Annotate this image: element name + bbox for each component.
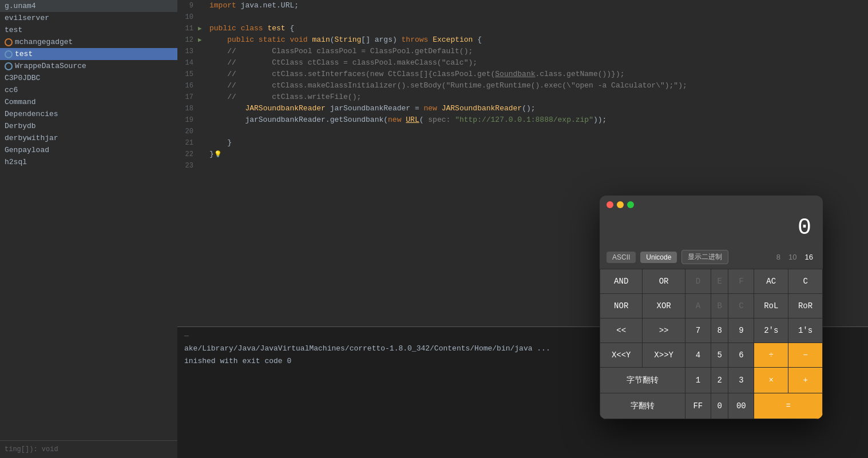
calc-mode-bar: ASCII Unicode 显示二进制 8 10 16: [600, 248, 823, 269]
f-btn[interactable]: F: [728, 269, 754, 294]
project-icon: [5, 38, 13, 46]
maximize-button[interactable]: [627, 201, 634, 208]
code-line-9: 9 import java.net.URL;: [177, 0, 868, 11]
code-line-13: 13 // ClassPool classPool = ClassPool.ge…: [177, 46, 868, 57]
a-btn[interactable]: A: [685, 294, 711, 318]
7-btn[interactable]: 7: [685, 318, 711, 343]
code-line-16: 16 // ctClass.makeClassInitializer().set…: [177, 80, 868, 91]
and-btn[interactable]: AND: [600, 269, 643, 294]
sidebar-item-dependencies[interactable]: Dependencies: [0, 108, 177, 120]
e-btn[interactable]: E: [711, 269, 728, 294]
ones-btn[interactable]: 1's: [788, 318, 823, 343]
xlshifty-btn[interactable]: X<<Y: [600, 343, 643, 368]
code-line-12: 12 ▶ public static void main(String[] ar…: [177, 34, 868, 46]
sidebar-item-test1[interactable]: test: [0, 24, 177, 36]
nor-btn[interactable]: NOR: [600, 294, 643, 318]
8-btn[interactable]: 8: [711, 318, 728, 343]
twos-btn[interactable]: 2's: [754, 318, 788, 343]
ror-btn[interactable]: RoR: [788, 294, 823, 318]
run-icon-11[interactable]: ▶: [198, 23, 207, 34]
base-8-button[interactable]: 8: [774, 252, 783, 262]
byteflip-btn[interactable]: 字节翻转: [600, 368, 685, 393]
or-btn[interactable]: OR: [643, 269, 685, 294]
code-line-10: 10: [177, 11, 868, 23]
traffic-lights: [607, 201, 634, 208]
code-line-22: 22 }💡: [177, 149, 868, 160]
close-button[interactable]: [607, 201, 613, 208]
calc-titlebar: [600, 196, 823, 213]
ac-btn[interactable]: AC: [754, 269, 788, 294]
sidebar: g.unam4 evilserver test mchangegadget te…: [0, 0, 177, 458]
run-icon-12[interactable]: ▶: [198, 34, 207, 46]
code-line-14: 14 // CtClass ctClass = classPool.makeCl…: [177, 57, 868, 69]
code-line-23: 23: [177, 160, 868, 172]
ascii-mode-button[interactable]: ASCII: [607, 252, 636, 263]
lshift-btn[interactable]: <<: [600, 318, 643, 343]
base-16-button[interactable]: 16: [802, 252, 816, 262]
sidebar-item-cc6[interactable]: cc6: [0, 84, 177, 96]
code-line-17: 17 // ctClass.writeFile();: [177, 91, 868, 103]
sidebar-item-genpayload[interactable]: Genpayload: [0, 144, 177, 156]
code-line-21: 21 }: [177, 137, 868, 149]
calculator-window: 0 ASCII Unicode 显示二进制 8 10 16 AND OR D E…: [600, 196, 823, 419]
0-btn[interactable]: 0: [711, 393, 728, 419]
2-btn[interactable]: 2: [711, 368, 728, 393]
b-btn[interactable]: B: [711, 294, 728, 318]
5-btn[interactable]: 5: [711, 343, 728, 368]
project-icon: [5, 62, 13, 70]
sidebar-item-h2sql[interactable]: h2sql: [0, 156, 177, 168]
project-icon: [5, 50, 13, 58]
unicode-mode-button[interactable]: Unicode: [640, 252, 677, 263]
rshift-btn[interactable]: >>: [643, 318, 685, 343]
9-btn[interactable]: 9: [728, 318, 754, 343]
code-line-15: 15 // ctClass.setInterfaces(new CtClass[…: [177, 69, 868, 80]
bottom-info: ting[]): void: [0, 440, 177, 458]
xor-btn[interactable]: XOR: [643, 294, 685, 318]
sidebar-item-unam4[interactable]: g.unam4: [0, 0, 177, 12]
code-line-20: 20: [177, 126, 868, 137]
divide-btn[interactable]: ÷: [754, 343, 788, 368]
sidebar-item-command[interactable]: Command: [0, 96, 177, 108]
00-btn[interactable]: 00: [728, 393, 754, 419]
4-btn[interactable]: 4: [685, 343, 711, 368]
sidebar-item-test-active[interactable]: test: [0, 48, 177, 60]
sidebar-item-c3p0jdbc[interactable]: C3P0JDBC: [0, 72, 177, 84]
sidebar-item-evilserver[interactable]: evilserver: [0, 12, 177, 24]
sidebar-item-derbydb[interactable]: Derbydb: [0, 120, 177, 132]
minimize-button[interactable]: [617, 201, 624, 208]
sidebar-item-derbywithjar[interactable]: derbywithjar: [0, 132, 177, 144]
wordflip-btn[interactable]: 字翻转: [600, 393, 685, 419]
c-btn[interactable]: C: [788, 269, 823, 294]
minus-btn[interactable]: −: [788, 343, 823, 368]
xrshifty-btn[interactable]: X>>Y: [643, 343, 685, 368]
code-line-11: 11 ▶ public class test {: [177, 23, 868, 34]
multiply-btn[interactable]: ×: [754, 368, 788, 393]
display-binary-button[interactable]: 显示二进制: [681, 250, 728, 264]
plus-btn[interactable]: +: [788, 368, 823, 393]
calc-display: 0: [600, 213, 823, 248]
code-line-18: 18 JARSoundbankReader jarSoundbankReader…: [177, 103, 868, 114]
equals-btn[interactable]: =: [754, 393, 823, 419]
calc-buttons-table: AND OR D E F AC C NOR XOR A B C RoL RoR …: [600, 269, 823, 419]
base-buttons: 8 10 16: [774, 252, 816, 262]
d-btn[interactable]: D: [685, 269, 711, 294]
ff-btn[interactable]: FF: [685, 393, 711, 419]
code-line-19: 19 jarSoundbankReader.getSoundbank(new U…: [177, 114, 868, 126]
sidebar-item-wrappedatasource[interactable]: WrappeDataSource: [0, 60, 177, 72]
rol-btn[interactable]: RoL: [754, 294, 788, 318]
6-btn[interactable]: 6: [728, 343, 754, 368]
base-10-button[interactable]: 10: [786, 252, 799, 262]
sidebar-item-mchangegadget[interactable]: mchangegadget: [0, 36, 177, 48]
1-btn[interactable]: 1: [685, 368, 711, 393]
3-btn[interactable]: 3: [728, 368, 754, 393]
c2-btn[interactable]: C: [728, 294, 754, 318]
